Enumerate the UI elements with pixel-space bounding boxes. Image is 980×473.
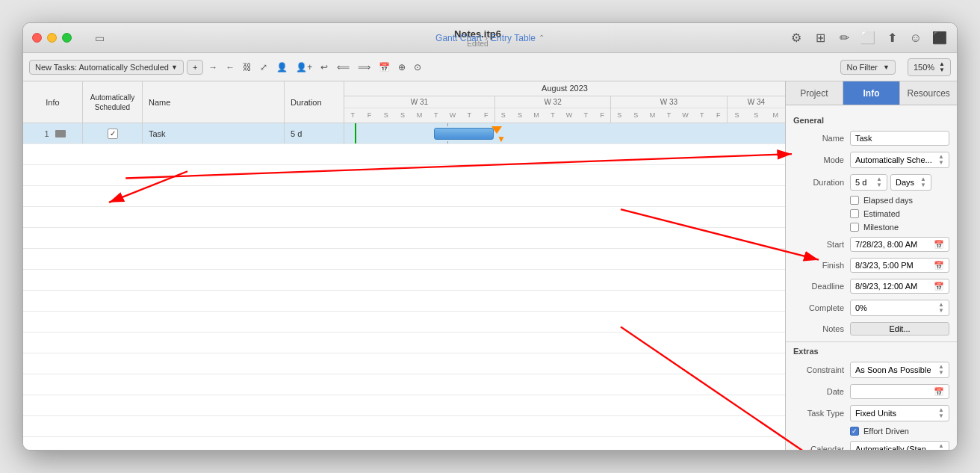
indent-left-icon[interactable]: ← <box>223 61 238 74</box>
task-row-12[interactable] <box>23 353 785 374</box>
tab-project-label: Project <box>800 88 828 99</box>
link-icon[interactable]: ⛓ <box>240 61 255 74</box>
date-field[interactable]: 📅 <box>850 384 949 399</box>
today-icon[interactable]: 📅 <box>376 61 393 74</box>
zoom-control[interactable]: 150% ▲ ▼ <box>908 58 951 76</box>
gantt-area: Info Automatically Scheduled Name Durati… <box>23 81 785 450</box>
add-task-button[interactable]: + <box>187 60 203 75</box>
days-arrows: ▲ ▼ <box>920 176 926 188</box>
finish-field-row: Finish 8/3/23, 5:00 PM 📅 <box>786 255 957 276</box>
close-button[interactable] <box>32 33 42 43</box>
col-info-label: Info <box>46 98 59 107</box>
copy-icon[interactable]: ⬜ <box>860 30 876 46</box>
task-row-5[interactable] <box>23 207 785 228</box>
task-row-2[interactable] <box>23 144 785 165</box>
sidebar-toggle-icon[interactable]: ▭ <box>91 32 108 44</box>
notes-label: Notes <box>793 324 844 333</box>
task-row-8[interactable] <box>23 270 785 291</box>
today-line <box>355 123 356 143</box>
maximize-button[interactable] <box>62 33 72 43</box>
complete-label: Complete <box>793 303 844 312</box>
emoji-icon[interactable]: ☺ <box>908 30 924 46</box>
breadcrumb-gantt[interactable]: Gantt Chart <box>435 33 482 43</box>
constraint-label: Constraint <box>793 365 844 374</box>
constraint-value: As Soon As Possible <box>855 365 931 374</box>
grid-icon[interactable]: ⊞ <box>812 30 828 46</box>
mode-select[interactable]: Automatically Sche... ▲ ▼ <box>850 152 949 168</box>
breadcrumb-table[interactable]: Entry Table <box>491 33 536 43</box>
date-cal-icon[interactable]: 📅 <box>934 387 944 397</box>
undo-icon[interactable]: ↩ <box>317 61 331 74</box>
unlink-icon[interactable]: ⤢ <box>257 61 270 74</box>
estimated-checkbox[interactable] <box>850 209 859 218</box>
extras-header: Extras <box>786 342 957 359</box>
calendar-select[interactable]: Automatically (Stan... ▲ ▼ <box>850 441 949 450</box>
filter-icon[interactable]: ⚙ <box>788 30 804 46</box>
notes-edit-button[interactable]: Edit... <box>850 322 949 336</box>
name-value[interactable]: Task <box>850 131 949 146</box>
assign-resource-icon[interactable]: 👤 <box>273 61 291 74</box>
task-name-1: Task <box>149 129 166 138</box>
name-label: Name <box>793 134 844 143</box>
titlebar-icons: ⚙ ⊞ ✏ ⬜ ⬆ ☺ ⬛ <box>788 30 948 46</box>
zoom-fit-icon[interactable]: ⊕ <box>395 61 409 74</box>
task-type-select[interactable]: Fixed Units ▲ ▼ <box>850 405 949 421</box>
milestone-checkbox[interactable] <box>850 223 859 232</box>
elapsed-days-checkbox[interactable] <box>850 196 859 205</box>
task-row-10[interactable] <box>23 312 785 333</box>
start-date[interactable]: 7/28/23, 8:00 AM 📅 <box>850 237 949 252</box>
pen-icon[interactable]: ✏ <box>836 30 852 46</box>
row-info-1: 1 <box>23 123 83 143</box>
finish-label: Finish <box>793 261 844 270</box>
task-row-1[interactable]: 1 ✓ Task 5 d <box>23 123 785 144</box>
scroll-right-icon[interactable]: ⟹ <box>355 61 373 74</box>
w34-days: S S M <box>728 108 785 123</box>
task-row-7[interactable] <box>23 249 785 270</box>
calendar-field-row: Calendar Automatically (Stan... ▲ ▼ <box>786 438 957 450</box>
mode-field-row: Mode Automatically Sche... ▲ ▼ <box>786 149 957 171</box>
minimize-button[interactable] <box>47 33 57 43</box>
task-type-value: Fixed Units <box>855 409 896 418</box>
w31-label: W 31 <box>344 96 494 108</box>
elapsed-days-row: Elapsed days <box>786 194 957 207</box>
task-row-6[interactable] <box>23 228 785 249</box>
task-row-13[interactable] <box>23 374 785 395</box>
tab-project[interactable]: Project <box>786 81 843 105</box>
deadline-date[interactable]: 8/9/23, 12:00 AM 📅 <box>850 279 949 294</box>
task-row-9[interactable] <box>23 291 785 312</box>
gantt-bar-1[interactable] <box>434 128 494 140</box>
tab-resources[interactable]: Resources <box>900 81 957 105</box>
new-tasks-button[interactable]: New Tasks: Automatically Scheduled ▼ <box>29 60 184 75</box>
complete-field[interactable]: 0% ▲ ▼ <box>850 300 949 316</box>
tab-info[interactable]: Info <box>843 81 901 105</box>
add-resource-icon[interactable]: 👤+ <box>293 61 315 74</box>
task-row-11[interactable] <box>23 333 785 353</box>
col-header-info: Info <box>23 81 83 123</box>
task-row-3[interactable] <box>23 165 785 186</box>
complete-stepper[interactable]: ▲ ▼ <box>938 302 944 314</box>
row-duration-1[interactable]: 5 d <box>285 123 344 143</box>
effort-driven-checkbox[interactable]: ✓ <box>850 427 859 436</box>
share-icon[interactable]: ⬆ <box>884 30 900 46</box>
finish-date[interactable]: 8/3/23, 5:00 PM 📅 <box>850 258 949 273</box>
constraint-select[interactable]: As Soon As Possible ▲ ▼ <box>850 362 949 378</box>
task-row-4[interactable] <box>23 186 785 207</box>
milestone-label: Milestone <box>863 223 899 232</box>
finish-cal-icon[interactable]: 📅 <box>934 261 944 270</box>
deadline-cal-icon[interactable]: 📅 <box>934 282 944 291</box>
row-name-1[interactable]: Task <box>143 123 285 143</box>
timeline-weeks: W 31 T F S S M T W T <box>344 96 785 123</box>
indent-right-icon[interactable]: → <box>205 61 220 74</box>
task-row-15[interactable] <box>23 416 785 437</box>
filter-dropdown[interactable]: No Filter ▼ <box>840 60 895 75</box>
deadline-field-row: Deadline 8/9/23, 12:00 AM 📅 <box>786 276 957 297</box>
main-area: Info Automatically Scheduled Name Durati… <box>23 81 957 450</box>
more-icon[interactable]: ⊙ <box>411 61 424 74</box>
scroll-left-icon[interactable]: ⟸ <box>334 61 353 74</box>
inspector-icon[interactable]: ⬛ <box>931 30 948 46</box>
days-select[interactable]: Days ▲ ▼ <box>890 174 931 191</box>
auto-checkbox-1[interactable]: ✓ <box>108 129 118 139</box>
start-cal-icon[interactable]: 📅 <box>934 240 944 250</box>
task-row-14[interactable] <box>23 395 785 416</box>
duration-value[interactable]: 5 d ▲ ▼ <box>850 174 887 191</box>
